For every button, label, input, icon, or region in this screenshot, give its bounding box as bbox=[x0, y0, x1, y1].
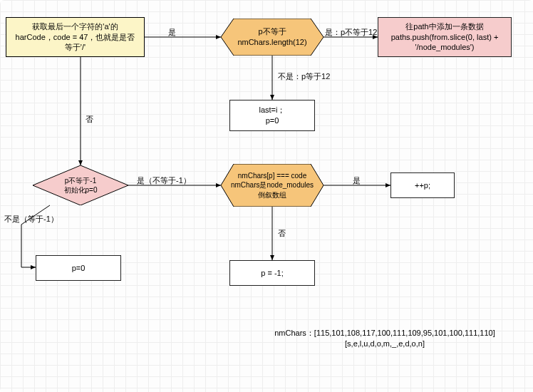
node-hex-p-ne-12: p不等于 nmChars.length(12) bbox=[221, 19, 324, 56]
node-p-neg1: p = -1; bbox=[229, 260, 315, 286]
node-diamond-p-ne-neg1-label: p不等于-1 初始化p=0 bbox=[33, 165, 128, 205]
edge-label-no-3: 否 bbox=[278, 228, 286, 239]
footnote-nmchars: nmChars：[115,101,108,117,100,111,109,95,… bbox=[257, 328, 513, 350]
edge-label-no-eq-neg1: 不是（等于-1） bbox=[4, 214, 58, 225]
node-paths-push: 往path中添加一条数据 paths.push(from.slice(0, la… bbox=[378, 17, 512, 57]
node-hex-p-ne-12-label: p不等于 nmChars.length(12) bbox=[221, 19, 324, 56]
edge-label-yes-3: 是 bbox=[353, 175, 361, 186]
node-hex-nmchars-eq: nmChars[p] === code nmChars是node_modules… bbox=[221, 164, 324, 207]
edge-label-no-1: 否 bbox=[86, 114, 93, 125]
flowchart-canvas: 获取最后一个字符的'a'的 harCode，code = 47，也就是是否 等于… bbox=[0, 0, 533, 392]
node-increment-p: ++p; bbox=[390, 172, 455, 198]
node-diamond-p-ne-neg1: p不等于-1 初始化p=0 bbox=[33, 165, 128, 205]
edge-label-no-p-eq-12: 不是：p等于12 bbox=[278, 71, 330, 82]
edge-label-yes-p-ne-12: 是：p不等于12 bbox=[325, 27, 377, 38]
node-hex-nmchars-eq-label: nmChars[p] === code nmChars是node_modules… bbox=[221, 164, 324, 207]
node-start-charcode: 获取最后一个字符的'a'的 harCode，code = 47，也就是是否 等于… bbox=[6, 17, 145, 57]
node-p-zero: p=0 bbox=[36, 255, 121, 281]
node-last-i: last=i； p=0 bbox=[229, 100, 315, 131]
edge-label-yes-ne-neg1: 是（不等于-1） bbox=[137, 175, 191, 186]
edge-label-yes-1: 是 bbox=[168, 27, 176, 38]
